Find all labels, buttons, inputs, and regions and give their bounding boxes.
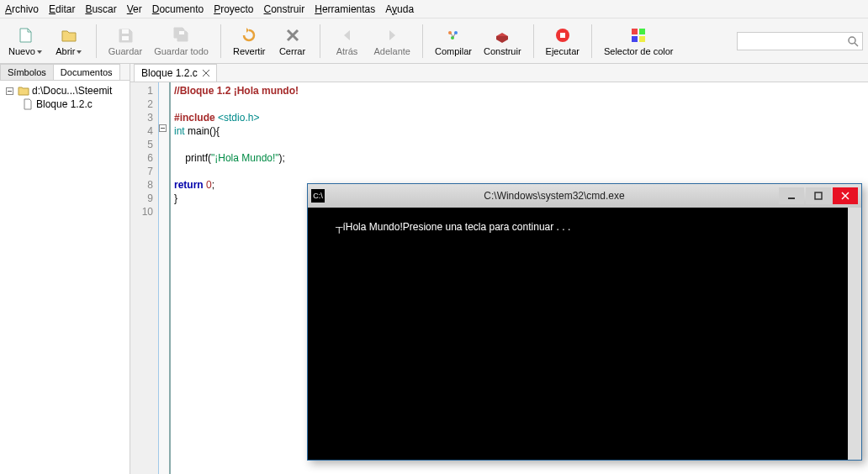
svg-rect-2 (179, 31, 184, 34)
menu-herramientas[interactable]: Herramientas (315, 3, 375, 15)
search-input[interactable] (741, 36, 844, 46)
atras-button[interactable]: Atrás (329, 22, 366, 61)
tree-file-row[interactable]: Bloque 1.2.c (2, 97, 128, 111)
cmd-icon: C:\ (311, 189, 325, 203)
svg-rect-1 (122, 36, 129, 40)
fold-marker (159, 138, 169, 151)
minimize-button[interactable] (779, 187, 804, 204)
adelante-button[interactable]: Adelante (371, 22, 414, 61)
close-button[interactable] (833, 187, 858, 204)
line-number: 2 (130, 97, 153, 111)
selcolor-button[interactable]: Selector de color (601, 22, 677, 61)
tree-file-label: Bloque 1.2.c (36, 98, 93, 110)
saveall-icon (172, 25, 192, 45)
close-icon[interactable] (203, 70, 209, 76)
toolbar-label: Guardar todo (154, 46, 209, 56)
svg-rect-10 (632, 29, 638, 34)
line-gutter: 12345678910 (130, 82, 159, 474)
toolbar-label: Abrir (56, 46, 82, 56)
line-number: 9 (130, 192, 153, 205)
guardar-button[interactable]: Guardar (105, 22, 146, 61)
compile-icon (443, 25, 463, 45)
search-box[interactable] (737, 32, 863, 50)
menu-archivo[interactable]: Archivo (5, 3, 39, 15)
run-icon (553, 25, 573, 45)
code-line: } (174, 192, 299, 205)
code-line: return 0; (174, 178, 299, 192)
nuevo-button[interactable]: Nuevo (5, 22, 45, 61)
toolbar-label: Construir (484, 46, 521, 56)
cerrar-button[interactable]: Cerrar (274, 22, 311, 61)
code-area[interactable]: //Bloque 1.2 ¡Hola mundo! #include <stdi… (171, 82, 302, 474)
collapse-icon (3, 85, 15, 97)
guardartodo-button[interactable]: Guardar todo (151, 22, 212, 61)
window-buttons (777, 187, 858, 204)
fwd-icon (382, 25, 402, 45)
scrollbar[interactable] (848, 208, 861, 460)
document-tree: d:\Docu...\Steemit Bloque 1.2.c (0, 81, 130, 474)
toolbar-separator (96, 24, 97, 58)
fold-marker[interactable] (159, 192, 169, 205)
sidebar-tab-símbolos[interactable]: Símbolos (0, 64, 54, 80)
console-text: ┬íHola Mundo!Presione una tecla para con… (336, 221, 570, 233)
console-output[interactable]: ┬íHola Mundo!Presione una tecla para con… (308, 208, 861, 460)
line-number: 5 (130, 138, 153, 151)
menu-buscar[interactable]: Buscar (85, 3, 116, 15)
toolbar-label: Cerrar (279, 46, 305, 56)
svg-line-15 (855, 43, 858, 46)
fold-marker (159, 178, 169, 192)
menu-editar[interactable]: Editar (49, 3, 75, 15)
menu-proyecto[interactable]: Proyecto (214, 3, 253, 15)
console-window[interactable]: C:\ C:\Windows\system32\cmd.exe ┬íHola M… (307, 183, 862, 461)
fold-marker (159, 84, 169, 97)
console-title-text: C:\Windows\system32\cmd.exe (331, 190, 777, 202)
abrir-button[interactable]: Abrir (50, 22, 87, 61)
toolbar-label: Revertir (233, 46, 266, 56)
menu-construir[interactable]: Construir (264, 3, 305, 15)
toolbar-separator (591, 24, 592, 58)
fold-marker (159, 111, 169, 124)
code-line: int main(){ (174, 124, 299, 138)
fold-marker[interactable] (159, 124, 169, 138)
toolbar-label: Nuevo (8, 46, 42, 56)
ejecutar-button[interactable]: Ejecutar (542, 22, 583, 61)
menu-ver[interactable]: Ver (127, 3, 142, 15)
menubar: ArchivoEditarBuscarVerDocumentoProyectoC… (0, 0, 868, 18)
console-titlebar[interactable]: C:\ C:\Windows\system32\cmd.exe (308, 184, 861, 208)
toolbar-label: Atrás (336, 46, 358, 56)
tree-folder-row[interactable]: d:\Docu...\Steemit (2, 84, 128, 97)
new-icon (15, 25, 35, 45)
toolbar-separator (533, 24, 534, 58)
line-number: 8 (130, 178, 153, 192)
toolbar: NuevoAbrirGuardarGuardar todoRevertirCer… (0, 18, 868, 64)
svg-rect-12 (632, 36, 638, 42)
editor-tab-label: Bloque 1.2.c (141, 67, 198, 79)
svg-rect-13 (639, 36, 645, 42)
svg-rect-11 (639, 29, 645, 34)
svg-rect-23 (815, 192, 822, 199)
toolbar-label: Adelante (374, 46, 410, 56)
construir-button[interactable]: Construir (480, 22, 525, 61)
toolbar-label: Selector de color (604, 46, 674, 56)
editor-tab[interactable]: Bloque 1.2.c (134, 64, 217, 82)
code-line (174, 138, 299, 151)
maximize-button[interactable] (806, 187, 831, 204)
color-icon (628, 25, 648, 45)
editor-tabs: Bloque 1.2.c (130, 64, 868, 82)
line-number: 10 (130, 205, 153, 219)
sidebar-tabs: SímbolosDocumentos (0, 64, 130, 81)
compilar-button[interactable]: Compilar (431, 22, 475, 61)
menu-documento[interactable]: Documento (152, 3, 204, 15)
menu-ayuda[interactable]: Ayuda (385, 3, 414, 15)
fold-marker (159, 151, 169, 165)
sidebar-tab-documentos[interactable]: Documentos (53, 64, 120, 80)
svg-point-14 (849, 37, 855, 44)
revertir-button[interactable]: Revertir (230, 22, 269, 61)
code-line: printf("¡Hola Mundo!"); (174, 151, 299, 165)
build-icon (492, 25, 512, 45)
line-number: 6 (130, 151, 153, 165)
fold-marker (159, 205, 169, 219)
code-line (174, 165, 299, 178)
toolbar-separator (422, 24, 423, 58)
svg-rect-0 (122, 29, 129, 34)
